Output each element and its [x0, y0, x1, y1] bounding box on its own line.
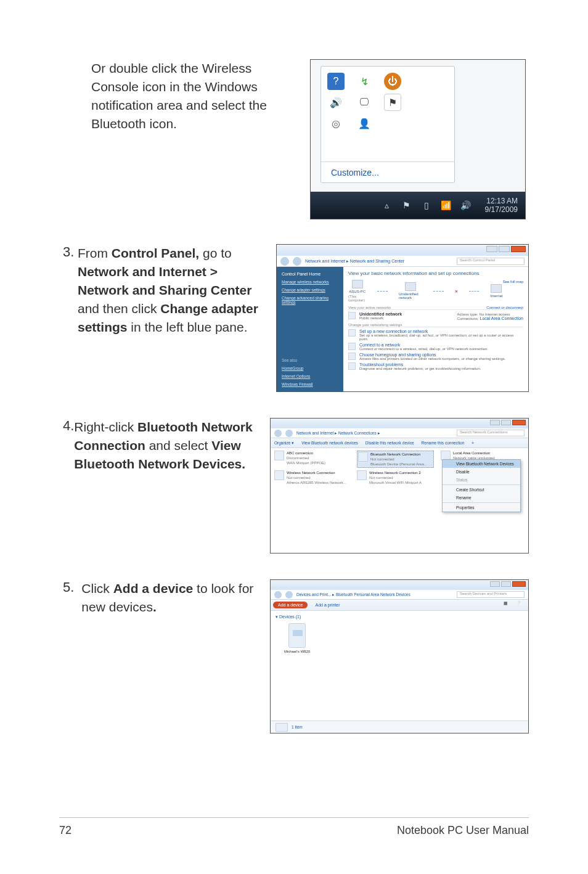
- broken-link-icon: ✕: [455, 289, 458, 293]
- ctx-disable[interactable]: Disable: [443, 468, 520, 476]
- step-4-number: 4.: [59, 418, 74, 473]
- tray-up-icon[interactable]: ▵: [382, 200, 393, 211]
- min-button[interactable]: [490, 420, 500, 425]
- wireless-console-icon[interactable]: ↯: [356, 73, 373, 90]
- device-icon: [288, 623, 306, 648]
- task-icon: [348, 329, 356, 337]
- internet-icon: [491, 284, 502, 293]
- task-troubleshoot-link[interactable]: Troubleshoot problems: [359, 362, 481, 367]
- clock-time: 12:13 AM: [485, 197, 518, 205]
- connection-item[interactable]: Wireless Network ConnectionNot connected…: [274, 470, 351, 485]
- help-icon[interactable]: ?: [327, 73, 345, 90]
- tray-flag-icon[interactable]: ⚑: [401, 200, 412, 211]
- task-setup-link[interactable]: Set up a new connection or network: [359, 329, 523, 333]
- connection-item-selected[interactable]: Bluetooth Network ConnectionNot connecte…: [357, 451, 434, 468]
- connection-item[interactable]: Wireless Network Connection 2Not connect…: [357, 470, 434, 485]
- back-button[interactable]: [280, 257, 289, 266]
- task-connect-link[interactable]: Connect to a network: [359, 343, 488, 347]
- toolbar-rename[interactable]: Rename this connection: [422, 441, 465, 445]
- page-number: 72: [59, 824, 71, 837]
- forward-button[interactable]: [285, 430, 293, 437]
- see-full-map-link[interactable]: See full map: [503, 280, 523, 284]
- disc-icon[interactable]: ◎: [327, 115, 345, 132]
- back-button[interactable]: [274, 591, 282, 598]
- taskbar-clock[interactable]: 12:13 AM 9/17/2009: [485, 197, 518, 214]
- toolbar: Organize ▾ View Bluetooth network device…: [271, 438, 528, 448]
- step-3-number: 3.: [59, 244, 78, 337]
- forward-button[interactable]: [285, 591, 293, 598]
- connection-icon: [274, 470, 284, 480]
- task-icon: [348, 343, 356, 350]
- toolbar-view-bt[interactable]: View Bluetooth network devices: [301, 441, 358, 445]
- add-device-button[interactable]: Add a device: [273, 602, 308, 608]
- max-button[interactable]: [501, 581, 511, 587]
- help-icon[interactable]: ❔: [516, 601, 525, 610]
- close-button[interactable]: [512, 581, 526, 587]
- tray-network-icon[interactable]: 📶: [441, 200, 452, 211]
- device-name: Michael's W820: [284, 650, 310, 653]
- power-icon[interactable]: ⏻: [384, 73, 401, 90]
- see-link-homegroup[interactable]: HomeGroup: [282, 366, 338, 370]
- screenshot-network-connections: Network and Internet ▸ Network Connectio…: [270, 418, 529, 553]
- breadcrumb[interactable]: Network and Internet ▸ Network and Shari…: [305, 259, 453, 264]
- view-icon[interactable]: ▦: [504, 601, 512, 610]
- step-5-number: 5.: [59, 579, 81, 616]
- add-printer-button[interactable]: Add a printer: [310, 602, 345, 608]
- back-button[interactable]: [274, 430, 282, 437]
- ctx-view-bt-devices[interactable]: View Bluetooth Network Devices: [443, 460, 520, 468]
- user-icon[interactable]: 👤: [356, 115, 373, 132]
- connection-link[interactable]: Local Area Connection: [480, 316, 523, 321]
- page-footer: 72 Notebook PC User Manual: [59, 817, 529, 837]
- min-button[interactable]: [490, 581, 500, 587]
- category-devices[interactable]: ▾ Devices (1): [276, 615, 523, 619]
- connect-disconnect-link[interactable]: Connect or disconnect: [486, 306, 523, 309]
- toolbar-disable[interactable]: Disable this network device: [365, 441, 414, 445]
- action-center-icon[interactable]: ⚑: [384, 94, 401, 111]
- clock-date: 9/17/2009: [485, 205, 518, 214]
- task-icon: [348, 362, 356, 370]
- max-button[interactable]: [501, 420, 511, 425]
- sidebar-link-wireless[interactable]: Manage wireless networks: [282, 280, 338, 284]
- close-button[interactable]: [512, 420, 526, 425]
- task-homegroup-link[interactable]: Choose homegroup and sharing options: [359, 353, 505, 357]
- step-5-text: Click Add a device to look for new devic…: [81, 579, 263, 616]
- sidebar: Control Panel Home Manage wireless netwo…: [277, 267, 343, 391]
- toolbar-overflow[interactable]: »: [472, 441, 474, 445]
- breadcrumb[interactable]: Network and Internet ▸ Network Connectio…: [296, 431, 453, 436]
- volume-icon[interactable]: 🔊: [327, 94, 345, 111]
- screenshot-tray: ? ↯ ⏻ 🔊 🖵 ⚑ ◎ 👤: [310, 59, 526, 219]
- breadcrumb[interactable]: Devices and Print... ▸ Bluetooth Persona…: [296, 592, 453, 597]
- customize-link[interactable]: Customize...: [321, 161, 454, 182]
- tray-volume-icon[interactable]: 🔊: [460, 200, 472, 211]
- step-3-text: From Control Panel, go to Network and In…: [78, 244, 269, 337]
- main-heading: View your basic network information and …: [348, 271, 523, 276]
- ctx-properties[interactable]: Properties: [443, 504, 520, 512]
- connection-item[interactable]: ABC connectionDisconnectedWAN Miniport (…: [274, 451, 351, 465]
- network-status-icon: [348, 312, 356, 319]
- pc-icon: [352, 280, 363, 288]
- toolbar-organize[interactable]: Organize ▾: [274, 441, 294, 446]
- see-link-firewall[interactable]: Windows Firewall: [282, 382, 338, 386]
- display-icon[interactable]: 🖵: [356, 94, 373, 111]
- forward-button[interactable]: [293, 257, 301, 266]
- sidebar-link-adapter[interactable]: Change adapter settings: [282, 288, 338, 292]
- connection-icon: [274, 451, 284, 460]
- screenshot-devices: Devices and Print... ▸ Bluetooth Persona…: [270, 579, 529, 733]
- footer-text: 1 item: [292, 725, 303, 729]
- max-button[interactable]: [499, 246, 510, 252]
- network-icon: [405, 282, 416, 291]
- close-button[interactable]: [511, 246, 526, 252]
- device-item[interactable]: Michael's W820: [276, 623, 319, 653]
- see-link-internet[interactable]: Internet Options: [282, 374, 338, 378]
- manual-title: Notebook PC User Manual: [397, 824, 529, 837]
- sidebar-link-sharing[interactable]: Change advanced sharing settings: [282, 296, 338, 304]
- search-input[interactable]: Search Control Panel: [457, 258, 525, 265]
- tray-battery-icon[interactable]: ▯: [421, 200, 432, 211]
- min-button[interactable]: [486, 246, 497, 252]
- search-input[interactable]: Search Network Connections: [457, 430, 525, 436]
- task-icon: [348, 353, 356, 360]
- ctx-create-shortcut[interactable]: Create Shortcut: [443, 486, 520, 494]
- search-input[interactable]: Search Devices and Printers: [457, 591, 525, 598]
- step-4-text: Right-click Bluetooth Network Connection…: [74, 418, 263, 473]
- ctx-rename[interactable]: Rename: [443, 494, 520, 502]
